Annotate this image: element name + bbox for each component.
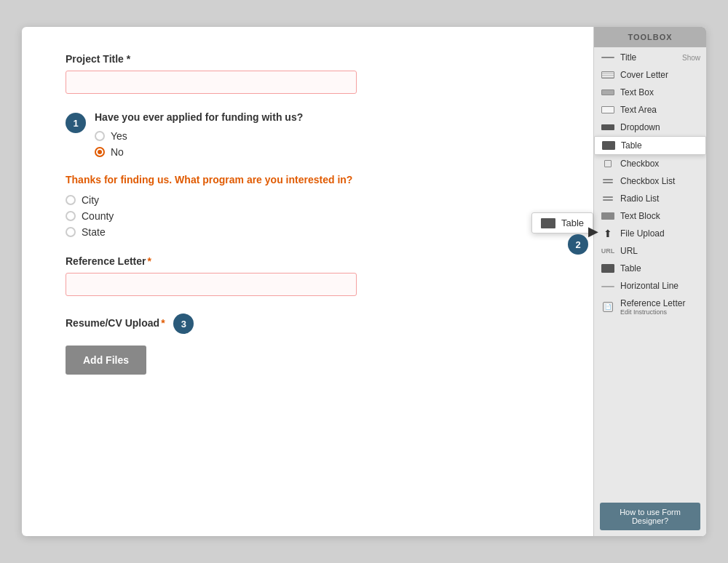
toolbar-item-text-area[interactable]: Text Area bbox=[594, 101, 706, 119]
highlight-question-text: Thanks for finding us. What program are … bbox=[66, 174, 564, 185]
toolbar-table-highlighted-label: Table bbox=[621, 140, 642, 151]
toolbar-footer: How to use Form Designer? bbox=[594, 497, 706, 536]
toolbar-reference-letter-sub: Edit Instructions bbox=[620, 308, 685, 316]
radio-yes[interactable]: Yes bbox=[95, 130, 564, 142]
toolbar-table-label: Table bbox=[620, 263, 641, 273]
radio-state-label: State bbox=[82, 226, 106, 238]
toolbar-file-upload-label: File Upload bbox=[620, 228, 665, 239]
toolbar-items: Title Show Cover Letter Text Box Text Ar… bbox=[594, 47, 706, 497]
horizontal-line-icon bbox=[600, 281, 616, 291]
add-files-button[interactable]: Add Files bbox=[66, 346, 146, 375]
project-title-group: Project Title * bbox=[66, 53, 564, 94]
toolbar-item-radio-list[interactable]: Radio List bbox=[594, 190, 706, 207]
radio-county-circle[interactable] bbox=[66, 211, 76, 221]
toolbar-title-show[interactable]: Show bbox=[682, 54, 700, 62]
url-icon: URL bbox=[600, 246, 616, 256]
checkbox-icon bbox=[600, 159, 616, 169]
toolbar-item-url[interactable]: URL URL bbox=[594, 242, 706, 260]
checkbox-list-icon bbox=[600, 176, 616, 186]
badge-3: 3 bbox=[173, 314, 194, 334]
highlight-question-group: Thanks for finding us. What program are … bbox=[66, 174, 564, 238]
reference-letter-icon: 📄 bbox=[600, 302, 616, 312]
tip-table-label: Table bbox=[561, 217, 584, 228]
toolbar-item-text-box[interactable]: Text Box bbox=[594, 84, 706, 101]
text-area-icon bbox=[600, 105, 616, 115]
toolbar-item-cover-letter[interactable]: Cover Letter bbox=[594, 66, 706, 84]
project-title-input[interactable] bbox=[66, 71, 357, 94]
toolbar-header: TOOLBOX bbox=[594, 27, 706, 47]
toolbar-text-area-label: Text Area bbox=[620, 105, 657, 115]
radio-list-icon bbox=[600, 193, 616, 204]
toolbar-horizontal-line-label: Horizontal Line bbox=[620, 281, 678, 291]
toolbar-item-table-highlighted[interactable]: Table bbox=[594, 136, 706, 155]
badge-1: 1 bbox=[66, 113, 86, 133]
radio-yes-circle[interactable] bbox=[95, 131, 105, 141]
form-area: Project Title * 1 Have you ever applied … bbox=[22, 27, 593, 536]
toolbar-radio-list-label: Radio List bbox=[620, 193, 659, 204]
toolbar-item-file-upload[interactable]: ⬆ File Upload bbox=[594, 225, 706, 242]
toolbar-item-title[interactable]: Title Show bbox=[594, 49, 706, 66]
toolbar: TOOLBOX Title Show Cover Letter Text Box bbox=[593, 27, 706, 536]
toolbar-checkbox-label: Checkbox bbox=[620, 159, 659, 169]
file-upload-icon: ⬆ bbox=[600, 228, 616, 239]
question1-text: Have you ever applied for funding with u… bbox=[95, 111, 564, 123]
cover-letter-icon bbox=[600, 70, 616, 80]
tip-table-icon bbox=[541, 218, 555, 228]
toolbar-reference-letter-label: Reference Letter bbox=[620, 298, 685, 308]
radio-no-label: No bbox=[111, 146, 124, 158]
toolbar-item-dropdown[interactable]: Dropdown bbox=[594, 119, 706, 136]
radio-county[interactable]: County bbox=[66, 210, 564, 222]
toolbar-item-checkbox-list[interactable]: Checkbox List bbox=[594, 172, 706, 190]
main-card: Project Title * 1 Have you ever applied … bbox=[22, 27, 706, 536]
outer-wrapper: Project Title * 1 Have you ever applied … bbox=[0, 0, 728, 563]
radio-no-circle[interactable] bbox=[95, 147, 105, 157]
radio-city-circle[interactable] bbox=[66, 195, 76, 205]
text-box-icon bbox=[600, 87, 616, 97]
reference-letter-group: Reference Letter* bbox=[66, 255, 564, 296]
toolbar-checkbox-list-label: Checkbox List bbox=[620, 176, 675, 186]
radio-state[interactable]: State bbox=[66, 226, 564, 238]
radio-no[interactable]: No bbox=[95, 146, 564, 158]
resume-label: Resume/CV Upload* 3 bbox=[66, 314, 564, 334]
toolbar-item-horizontal-line[interactable]: Horizontal Line bbox=[594, 277, 706, 295]
reference-letter-label: Reference Letter* bbox=[66, 255, 564, 267]
table-icon bbox=[600, 263, 616, 273]
cursor-arrow: ▶ bbox=[588, 223, 598, 239]
toolbar-item-checkbox[interactable]: Checkbox bbox=[594, 155, 706, 172]
text-block-icon bbox=[600, 211, 616, 221]
badge-2: 2 bbox=[568, 234, 588, 255]
dropdown-icon bbox=[600, 122, 616, 132]
question1-content: Have you ever applied for funding with u… bbox=[95, 111, 564, 162]
resume-upload-group: Resume/CV Upload* 3 Add Files bbox=[66, 314, 564, 375]
reference-letter-input[interactable] bbox=[66, 273, 357, 296]
toolbar-text-block-label: Text Block bbox=[620, 211, 660, 221]
project-title-label: Project Title * bbox=[66, 53, 564, 65]
toolbar-dropdown-label: Dropdown bbox=[620, 122, 660, 132]
table-highlighted-icon bbox=[601, 140, 617, 151]
toolbar-title-label: Title bbox=[620, 52, 636, 63]
toolbar-item-table[interactable]: Table bbox=[594, 260, 706, 277]
toolbar-item-reference-letter[interactable]: 📄 Reference Letter Edit Instructions bbox=[594, 295, 706, 319]
floating-table-tip: Table bbox=[531, 212, 593, 233]
radio-county-label: County bbox=[82, 210, 114, 222]
title-icon bbox=[600, 52, 616, 63]
radio-state-circle[interactable] bbox=[66, 227, 76, 237]
toolbar-text-box-label: Text Box bbox=[620, 87, 654, 97]
radio-city-label: City bbox=[82, 194, 99, 206]
question1-section: 1 Have you ever applied for funding with… bbox=[66, 111, 564, 162]
toolbar-cover-letter-label: Cover Letter bbox=[620, 70, 668, 80]
how-to-use-button[interactable]: How to use Form Designer? bbox=[600, 503, 700, 530]
toolbar-url-label: URL bbox=[620, 246, 638, 256]
radio-city[interactable]: City bbox=[66, 194, 564, 206]
radio-yes-label: Yes bbox=[111, 130, 127, 142]
toolbar-item-text-block[interactable]: Text Block bbox=[594, 207, 706, 225]
